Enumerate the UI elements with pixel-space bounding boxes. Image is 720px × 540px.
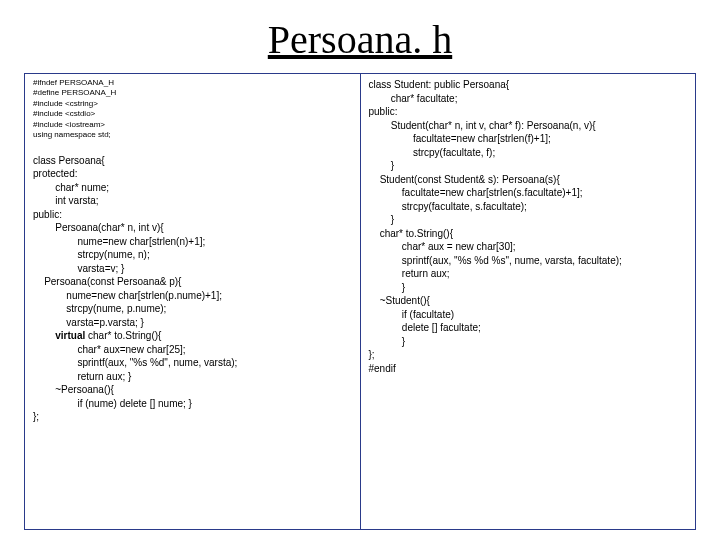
student-copy-ctor: Student(const Student& s): Persoana(s){ … <box>369 173 688 227</box>
code-columns: #ifndef PERSOANA_H #define PERSOANA_H #i… <box>24 73 696 530</box>
student-public: public: <box>369 105 688 119</box>
page-title: Persoana. h <box>24 16 696 63</box>
spacer <box>33 140 352 154</box>
persoana-public: public: <box>33 208 352 222</box>
slide: Persoana. h #ifndef PERSOANA_H #define P… <box>0 0 720 540</box>
preamble-block: #ifndef PERSOANA_H #define PERSOANA_H #i… <box>33 78 352 140</box>
right-column: class Student: public Persoana{ char* fa… <box>360 74 696 529</box>
persoana-tostring: virtual char* to.String(){ char* aux=new… <box>33 329 352 383</box>
student-tostring: char* to.String(){ char* aux = new char[… <box>369 227 688 295</box>
persoana-copy-ctor: Persoana(const Persoana& p){ nume=new ch… <box>33 275 352 329</box>
persoana-ctor: Persoana(char* n, int v){ nume=new char[… <box>33 221 352 275</box>
left-column: #ifndef PERSOANA_H #define PERSOANA_H #i… <box>25 74 360 529</box>
persoana-dtor: ~Persoana(){ if (nume) delete [] nume; }… <box>33 383 352 424</box>
class-student-decl: class Student: public Persoana{ <box>369 78 688 92</box>
student-ctor: Student(char* n, int v, char* f): Persoa… <box>369 119 688 173</box>
class-persoana-decl: class Persoana{ protected: <box>33 154 352 181</box>
virtual-keyword: virtual <box>33 330 85 341</box>
persoana-members: char* nume; int varsta; <box>33 181 352 208</box>
student-dtor: ~Student(){ if (facultate) delete [] fac… <box>369 294 688 375</box>
student-member: char* facultate; <box>369 92 688 106</box>
